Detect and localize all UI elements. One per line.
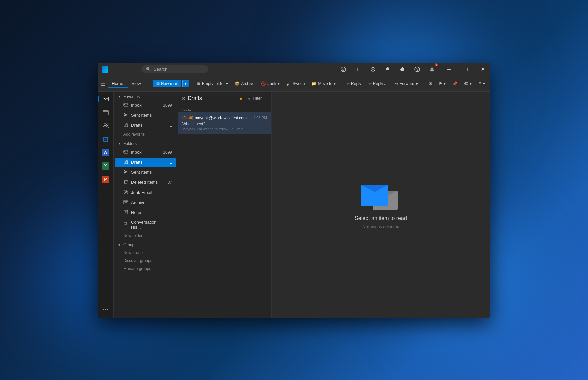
category-button[interactable]: ⊞ ▾ [476, 80, 488, 87]
undo-button[interactable]: ↺ [489, 80, 490, 87]
ribbon-tabs: Home View [108, 79, 145, 88]
empty-folder-button[interactable]: 🗑 Empty folder ▾ [194, 80, 231, 87]
tag-arrow: ▾ [470, 81, 472, 86]
restore-button[interactable]: □ [458, 63, 474, 76]
groups-section-header[interactable]: ▼ Groups [114, 240, 178, 249]
settings-icon[interactable] [397, 64, 408, 75]
nav-calendar[interactable] [100, 106, 112, 118]
new-folder-action[interactable]: New folder [114, 232, 178, 240]
nav-people[interactable] [100, 120, 112, 132]
nav-tasks[interactable] [100, 133, 112, 145]
junk-arrow: ▾ [278, 81, 280, 86]
sidebar-item-drafts[interactable]: Drafts 1 [115, 158, 176, 167]
email-item-top: [Draft] mayank@windowslatest.com 4:08 PM [182, 115, 267, 121]
sidebar-item-favorites-inbox[interactable]: Inbox 1099 [115, 101, 176, 110]
nav-excel[interactable]: X [100, 160, 112, 172]
reply-all-icon: ↩ [368, 81, 372, 86]
envelope-icon: ✉ [429, 81, 432, 86]
menu-icon[interactable]: ☰ [100, 80, 105, 87]
empty-folder-icon: 🗑 [197, 81, 201, 86]
nav-more[interactable]: ⋯ [100, 303, 112, 315]
sidebar-item-inbox[interactable]: Inbox 1099 [115, 148, 176, 157]
flag-button[interactable]: ⚑ ▾ [436, 80, 448, 87]
email-sender-name: mayank@windowslatest.com [195, 116, 247, 120]
reply-button[interactable]: ↩ Reply [344, 80, 364, 87]
empty-folder-label: Empty folder [202, 81, 225, 86]
sidebar-item-favorites-sent[interactable]: Sent Items [115, 111, 176, 120]
nav-mail[interactable] [100, 93, 112, 105]
teams-icon[interactable]: T [353, 64, 363, 75]
new-mail-button[interactable]: ✉ New mail [153, 80, 181, 87]
empty-state-subtitle: Nothing is selected [362, 224, 399, 229]
svg-rect-12 [124, 103, 128, 106]
nav-word[interactable]: W [100, 147, 112, 159]
help-icon[interactable]: ? [412, 64, 423, 75]
sidebar-item-junk[interactable]: Junk Email [115, 188, 176, 197]
todo-icon[interactable] [368, 64, 378, 75]
sent-label-fav: Sent Items [131, 113, 163, 118]
tag-button[interactable]: 🏷 ▾ [461, 80, 474, 87]
star-icon[interactable]: ★ [239, 96, 243, 101]
empty-folder-arrow: ▾ [226, 81, 228, 86]
inbox-folder-icon [123, 149, 128, 155]
email-item-0[interactable]: [Draft] mayank@windowslatest.com 4:08 PM… [178, 112, 271, 134]
sent-icon-fav [123, 112, 128, 118]
title-bar-icons: S T ? 2 [338, 64, 437, 75]
category-icon: ⊞ [478, 81, 482, 86]
bell-icon[interactable] [382, 64, 393, 75]
sent-folder-label: Sent Items [131, 170, 163, 175]
sidebar-item-conversation[interactable]: Conversation His... [115, 218, 176, 231]
notes-folder-icon [123, 210, 128, 216]
sweep-button[interactable]: 🧹 Sweep [284, 80, 308, 87]
empty-state-title: Select an item to read [355, 215, 407, 221]
minimize-button[interactable]: ─ [441, 63, 457, 76]
junk-folder-label: Junk Email [131, 190, 163, 195]
move-to-button[interactable]: 📁 Move to ▾ [309, 80, 338, 87]
sidebar-item-archive[interactable]: Archive [115, 198, 176, 207]
manage-groups-action[interactable]: Manage groups [114, 265, 178, 273]
reply-icon: ↩ [346, 81, 350, 86]
add-favorite-action[interactable]: Add favorite [114, 130, 178, 139]
main-content: W X P ⋯ ▼ Favorites [98, 92, 490, 318]
archive-button[interactable]: 📦 Archive [232, 80, 257, 87]
nav-powerpoint[interactable]: P [100, 173, 112, 185]
archive-label: Archive [241, 81, 254, 86]
discover-groups-action[interactable]: Discover groups [114, 257, 178, 265]
email-preview: Mayank, I'm writing to follow up. I'm n.… [182, 127, 267, 131]
favorites-section-header[interactable]: ▼ Favorites [114, 92, 178, 100]
drafts-label-fav: Drafts [131, 123, 163, 128]
sidebar-item-deleted[interactable]: Deleted Items 87 [115, 178, 176, 187]
tab-home[interactable]: Home [108, 79, 128, 88]
new-mail-dropdown[interactable]: ▾ [182, 80, 189, 87]
filter-button[interactable]: Filter ↕ [245, 95, 267, 102]
junk-icon: 🚫 [261, 81, 266, 86]
new-group-action[interactable]: New group [114, 249, 178, 257]
email-draft-prefix: [Draft] [182, 116, 193, 120]
pin-icon: 📌 [452, 81, 457, 86]
folders-section-header[interactable]: ▼ Folders [114, 139, 178, 147]
search-bar[interactable]: 🔍 Search [141, 65, 208, 73]
profile-icon[interactable]: 2 [427, 64, 437, 75]
sidebar-item-sent[interactable]: Sent Items [115, 168, 176, 177]
sidebar-item-favorites-drafts[interactable]: Drafts 1 [115, 121, 176, 130]
envelope-button[interactable]: ✉ [426, 80, 435, 87]
pin-button[interactable]: 📌 [450, 80, 460, 87]
drafts-folder-badge: 1 [165, 160, 172, 165]
inbox-folder-badge: 1099 [163, 150, 172, 155]
forward-button[interactable]: ↪ Forward ▾ [392, 80, 421, 87]
folders-chevron: ▼ [118, 142, 121, 145]
notes-folder-label: Notes [131, 210, 163, 215]
drafts-folder-icon [123, 159, 128, 165]
new-mail-label: New mail [161, 81, 178, 86]
move-to-label: Move to [318, 81, 332, 86]
reply-all-button[interactable]: ↩ Reply all [365, 80, 391, 87]
drafts-badge-fav: 1 [165, 123, 172, 128]
junk-button[interactable]: 🚫 Junk ▾ [258, 80, 282, 87]
email-date-group: Today [178, 105, 271, 112]
skype-icon[interactable]: S [338, 64, 349, 75]
sweep-label: Sweep [293, 81, 305, 86]
sidebar-item-notes[interactable]: Notes [115, 208, 176, 217]
tab-view[interactable]: View [128, 79, 145, 88]
close-button[interactable]: ✕ [475, 63, 490, 76]
svg-rect-8 [103, 97, 108, 101]
